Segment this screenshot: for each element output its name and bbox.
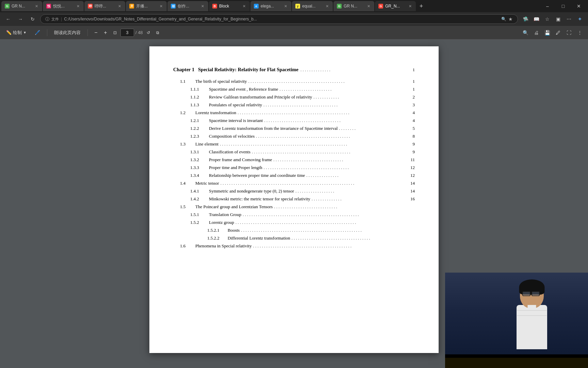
subsection-num-1-5-2: 1.5.2 [190,220,209,225]
back-button[interactable]: ← [3,14,13,24]
subsection-dots-1-2-1: . . . . . . . . . . . . . . . . . . . . … [264,118,407,123]
tab-block[interactable]: B Block ✕ [209,1,250,11]
tab-favicon-6: B [212,4,217,9]
tab-close-1[interactable]: ✕ [34,3,39,9]
section-num-1-4: 1.4 [180,181,195,186]
tab-close-4[interactable]: ✕ [159,3,163,9]
section-dots-1-2: . . . . . . . . . . . . . . . . . . . . … [238,110,407,116]
page-number-input[interactable] [120,29,134,37]
highlight-button[interactable]: 🖊️ [32,29,43,36]
tab-favicon-4: 开 [129,4,134,9]
tab-chuangzuo[interactable]: 创 创作... ✕ [167,1,208,11]
tab-title-5: 创作... [178,3,198,9]
collections-button[interactable]: ▣ [553,14,563,24]
subsection-title-1-3-1: Classification of events [209,149,250,155]
tab-title-6: Block [219,4,240,9]
tab-favicon-5: 创 [171,4,176,9]
pdf-more-button[interactable]: ⋮ [575,28,585,37]
settings-button[interactable]: ⋯ [564,14,574,24]
subsection-dots-1-3-1: . . . . . . . . . . . . . . . . . . . . … [252,149,407,155]
tab-close-6[interactable]: ✕ [242,3,246,9]
toc-subsection-1-2-3: 1.2.3 Composition of velocities . . . . … [173,134,415,139]
reader-mode-button[interactable]: 📖 [532,14,541,24]
subsubsection-num-1-5-2-1: 1.5.2.1 [207,228,228,233]
pdf-annotate-button[interactable]: 🖉 [553,28,563,37]
fit-page-button[interactable]: ⊡ [111,29,119,37]
tab-gr-notes-2[interactable]: G GR N... ✕ [333,1,374,11]
tab-favicon-10: G [378,4,383,9]
tab-gr-notes-1[interactable]: G GR N... ✕ [1,1,42,11]
new-tab-button[interactable]: + [416,1,426,11]
tab-close-5[interactable]: ✕ [200,3,205,9]
tab-title-10: GR_N... [385,4,406,9]
subsection-dots-1-5-1: . . . . . . . . . . . . . . . . . . . . … [243,212,407,217]
rotate-button[interactable]: ↺ [144,29,152,37]
video-overlay [445,273,588,368]
subsection-num-1-2-2: 1.2.2 [190,126,209,131]
tab-close-3[interactable]: ✕ [117,3,122,9]
tab-close-10[interactable]: ✕ [408,3,412,9]
tab-gr-notes-3[interactable]: G GR_N... ✕ [375,1,416,11]
tab-favicon-1: G [5,4,10,9]
forward-button[interactable]: → [16,14,25,24]
subsection-page-1-3-1: 9 [408,149,415,155]
subsection-dots-1-1-3: . . . . . . . . . . . . . . . . . . . . … [263,102,407,108]
pdf-search-button[interactable]: 🔍 [521,28,530,37]
subsubsection-dots-1-5-2-1: . . . . . . . . . . . . . . . . . . . . … [241,228,407,233]
tab-equal[interactable]: y equal... ✕ [292,1,333,11]
draw-button[interactable]: ✏️ 绘制 ▼ [3,28,29,37]
subsection-num-1-4-1: 1.4.1 [190,188,209,194]
address-label: 文件 [51,17,59,22]
toc-subsection-1-4-1: 1.4.1 Symmetric and nondegenerate type (… [173,188,415,194]
subsection-page-1-1-2: 2 [408,94,415,100]
favorites-button[interactable]: ☆ [542,14,552,24]
subsection-page-1-4-1: 14 [408,188,415,194]
tab-close-8[interactable]: ✕ [325,3,329,9]
subsubsection-num-1-5-2-2: 1.5.2.2 [207,235,228,241]
toc-subsection-1-3-1: 1.3.1 Classification of events . . . . .… [173,149,415,155]
subsection-dots-1-1-2: . . . . . . . . . . . . [313,94,407,100]
subsection-num-1-1-3: 1.1.3 [190,102,209,108]
close-button[interactable]: ✕ [571,0,587,12]
refresh-button[interactable]: ↻ [28,14,37,24]
zoom-out-button[interactable]: − [92,29,100,37]
section-title-1-4: Metric tensor [195,181,219,186]
extensions-button[interactable]: 🛸 [521,14,530,24]
subsection-dots-1-2-2: . . . . . . . . [339,126,407,131]
subsection-dots-1-3-2: . . . . . . . . . . . . . . . . . . . . … [274,157,407,163]
tab-kaibo[interactable]: 开 开播... ✕ [126,1,167,11]
subsection-num-1-3-1: 1.3.1 [190,149,209,155]
tab-close-7[interactable]: ✕ [283,3,288,9]
tab-close-2[interactable]: ✕ [76,3,80,9]
tab-elegant[interactable]: e elega... ✕ [250,1,291,11]
pdf-fullscreen-button[interactable]: ⛶ [564,28,574,37]
tab-yueyue[interactable]: 悦 悦悦... ✕ [43,1,84,11]
pdf-print-button[interactable]: 🖨 [532,28,541,37]
section-title-1-2: Lorentz transformation [195,110,236,116]
address-input[interactable]: ⓘ 文件 | C:/Users/lenovo/Downloads/GR_Note… [40,14,518,24]
copilot-icon[interactable]: ✦ [575,14,585,24]
zoom-controls: − + ⊡ / 48 ↺ ⧉ [92,29,162,37]
subsection-title-1-4-1: Symmetric and nondegenerate type (0, 2) … [209,188,294,194]
maximize-button[interactable]: □ [555,0,571,12]
star-icon[interactable]: ★ [508,16,513,22]
toc-section-1-2: 1.2 Lorentz transformation . . . . . . .… [173,110,415,116]
subsection-page-1-3-2: 11 [408,157,415,163]
zoom-in-button[interactable]: + [101,29,110,37]
read-aloud-button[interactable]: 朗读此页内容 [51,28,83,37]
subsection-title-1-2-3: Composition of velocities [209,134,255,139]
minimize-button[interactable]: – [540,0,555,12]
subsubsection-title-1-5-2-2: Differential Lorentz transformation [228,235,290,241]
section-page-1-3: 9 [408,141,415,147]
tab-close-9[interactable]: ✕ [366,3,371,9]
pdf-save-button[interactable]: 💾 [542,28,552,37]
subsection-page-1-3-4: 12 [408,173,415,178]
toc-section-1-6: 1.6 Phenomena in Special relativity . . … [173,243,415,249]
tab-title-4: 开播... [136,3,157,9]
two-page-button[interactable]: ⧉ [154,29,162,37]
chapter-page: 1 [408,67,415,73]
toc-section-1-5: 1.5 The Poincaré group and Lorentzian Te… [173,204,415,210]
tab-bilibili[interactable]: 哔 哔哔... ✕ [84,1,125,11]
browser-chrome: G GR N... ✕ 悦 悦悦... ✕ 哔 哔哔... ✕ 开 开播... … [0,0,588,40]
tab-favicon-2: 悦 [46,4,51,9]
